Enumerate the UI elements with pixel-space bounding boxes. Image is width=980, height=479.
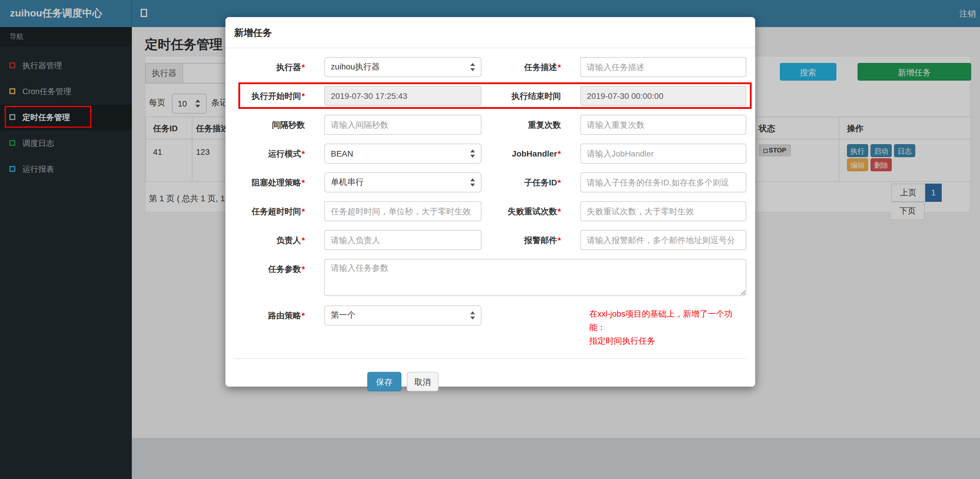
owner-label: 负责人* [234,230,324,250]
modal-footer: 保存 取消 [234,358,746,391]
modal-body: 执行器* zuihou执行器 任务描述* 执行开始时间* 执行结 [226,48,755,391]
route-strategy-value: 第一个 [331,310,355,321]
end-time-label: 执行结束时间 [490,86,580,106]
save-button[interactable]: 保存 [367,372,401,391]
owner-input[interactable] [324,230,482,250]
route-strategy-label: 路由策略* [234,306,324,348]
executor-label: 执行器* [234,57,324,77]
select-arrows-icon [470,311,476,320]
timeout-label: 任务超时时间* [234,201,324,221]
feature-note-line1: 在xxl-jobs项目的基础上，新增了一个功能： [589,307,746,334]
jobhandler-input[interactable] [580,143,746,164]
task-desc-input[interactable] [580,57,746,77]
repeat-input[interactable] [580,115,746,135]
child-task-label: 子任务ID* [490,172,580,193]
add-task-modal: 新增任务 执行器* zuihou执行器 任务描述* 执行开始时间* [226,17,755,387]
jobhandler-label: JobHandler* [490,143,580,164]
interval-label: 间隔秒数 [234,115,324,135]
child-task-input[interactable] [580,172,746,193]
application-window: zuihou任务调度中心 注销 导航 执行器管理 Cron任务管理 定时任务管理… [0,0,980,479]
alarm-email-label: 报警邮件* [490,230,580,250]
block-strategy-label: 阻塞处理策略* [234,172,324,193]
start-time-label: 执行开始时间* [234,86,324,106]
run-mode-select[interactable]: BEAN [324,143,482,164]
task-desc-label: 任务描述* [490,57,580,77]
interval-input[interactable] [324,115,482,135]
select-arrows-icon [470,62,476,72]
run-mode-label: 运行模式* [234,143,324,164]
timeout-input[interactable] [324,201,482,221]
block-strategy-value: 单机串行 [331,177,364,188]
retry-label: 失败重试次数* [490,201,580,221]
retry-input[interactable] [580,201,746,221]
modal-title: 新增任务 [226,17,755,48]
executor-select[interactable]: zuihou执行器 [324,57,482,77]
repeat-label: 重复次数 [490,115,580,135]
start-time-input[interactable] [324,86,482,106]
cancel-button[interactable]: 取消 [407,372,439,391]
select-arrows-icon [470,149,476,158]
block-strategy-select[interactable]: 单机串行 [324,172,482,193]
executor-select-value: zuihou执行器 [331,62,380,72]
select-arrows-icon [470,178,476,187]
feature-note: 在xxl-jobs项目的基础上，新增了一个功能： 指定时间执行任务 [490,306,746,348]
alarm-email-input[interactable] [580,230,746,250]
route-strategy-select[interactable]: 第一个 [324,306,482,325]
run-mode-value: BEAN [331,149,353,158]
task-params-textarea[interactable] [324,259,746,296]
task-params-label: 任务参数* [234,259,324,296]
end-time-input[interactable] [580,86,746,106]
feature-note-line2: 指定时间执行任务 [589,334,746,348]
